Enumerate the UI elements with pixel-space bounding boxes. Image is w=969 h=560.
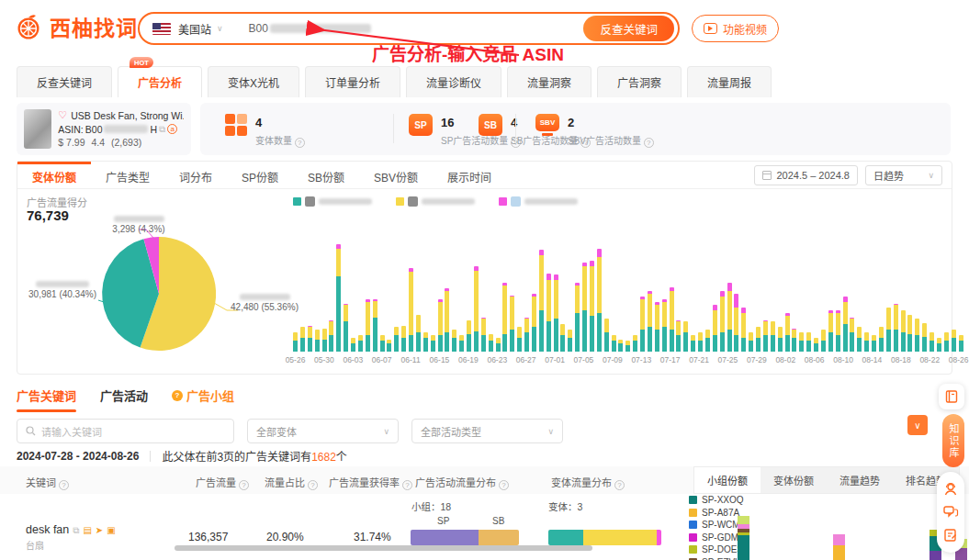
tab-traffic-diagnosis[interactable]: 流量诊断仪 [406,66,501,97]
tab-traffic-insight[interactable]: 流量洞察 [507,66,592,97]
stacked-bar[interactable] [344,304,348,353]
stacked-bar[interactable] [814,338,818,352]
stacked-bar[interactable] [691,335,695,352]
stacked-bar[interactable] [401,326,406,353]
tab-word-distribution[interactable]: 词分布 [164,162,227,188]
image-icon[interactable]: ▣ [107,525,115,535]
stacked-bar[interactable] [416,315,421,353]
stacked-bar[interactable] [329,320,333,353]
help-icon[interactable] [295,138,305,148]
stacked-bar[interactable] [502,283,507,352]
stacked-bar[interactable] [922,323,927,353]
help-icon[interactable] [644,138,654,148]
stacked-bar[interactable] [857,327,862,352]
product-card[interactable]: USB Desk Fan, Strong Wi... ASIN: B00 H a… [17,103,191,155]
daily-traffic-bar-chart[interactable] [293,215,963,352]
stacked-bar[interactable] [459,335,464,352]
tab-ad-keywords[interactable]: 广告关键词 [17,386,76,412]
stacked-bar[interactable] [336,244,341,352]
stacked-bar[interactable] [698,332,703,352]
stacked-bar[interactable] [720,291,725,352]
tab-order-analysis[interactable]: 订单量分析 [305,66,400,97]
tab-display-time[interactable]: 展示时间 [433,162,506,188]
stacked-bar[interactable] [467,320,471,353]
stacked-bar[interactable] [901,310,906,352]
stacked-bar[interactable] [879,327,884,352]
stacked-bar[interactable] [771,321,775,352]
stacked-bar[interactable] [597,249,602,353]
stacked-bar[interactable] [843,297,848,352]
stacked-bar[interactable] [582,263,587,353]
help-icon[interactable] [499,480,509,490]
stacked-bar[interactable] [670,287,674,353]
manual-book-button[interactable] [939,384,964,409]
stacked-bar[interactable] [640,297,645,352]
tab-group-share[interactable]: 小组份额 [694,467,761,493]
stacked-bar[interactable] [655,302,659,352]
stacked-bar[interactable] [828,310,833,352]
tab-ad-analysis[interactable]: HOT 广告分析 [118,66,202,97]
tab-sbv-share[interactable]: SBV份额 [359,162,433,188]
stacked-bar[interactable] [683,321,688,352]
stacked-bar[interactable] [358,335,363,352]
customer-service-button[interactable] [942,481,959,498]
horizontal-scrollbar[interactable] [175,545,592,551]
stacked-bar[interactable] [474,266,479,352]
stacked-bar[interactable] [937,338,941,352]
stacked-bar[interactable] [648,291,652,352]
stacked-bar[interactable] [351,338,355,352]
stacked-bar[interactable] [713,305,717,352]
tab-variant-xray[interactable]: 变体X光机 [208,66,299,97]
stacked-bar[interactable] [612,335,616,352]
stacked-bar[interactable] [308,326,312,353]
stacked-bar[interactable] [452,330,456,352]
stacked-bar[interactable] [618,340,623,353]
stacked-bar[interactable] [604,319,609,352]
stacked-bar[interactable] [907,315,912,353]
stacked-bar[interactable] [952,330,956,352]
stacked-bar[interactable] [778,327,783,352]
copy-asin-icon[interactable] [159,123,165,135]
marketplace-select[interactable]: 美国站 [178,21,211,37]
stacked-bar[interactable] [944,332,949,352]
tab-ad-groups[interactable]: 广告小组 [172,386,234,412]
stacked-bar[interactable] [539,250,544,352]
tab-variant-share-col[interactable]: 变体份额 [761,467,827,493]
stacked-bar[interactable] [590,261,594,352]
stacked-bar[interactable] [676,320,681,353]
tab-traffic-trend[interactable]: 流量趋势 [827,467,893,493]
stacked-bar[interactable] [894,304,898,353]
help-icon[interactable] [59,480,69,490]
stacked-bar[interactable] [741,308,746,352]
stacked-bar[interactable] [575,283,580,352]
stacked-bar[interactable] [481,318,486,353]
help-icon[interactable] [402,480,412,490]
stacked-bar[interactable] [756,327,761,352]
legend-item[interactable] [396,196,475,207]
trend-granularity-select[interactable]: 日趋势 ∨ [865,165,942,185]
tab-variant-share[interactable]: 变体份额 [17,162,91,188]
tab-ad-type[interactable]: 广告类型 [91,162,164,188]
stacked-bar[interactable] [445,288,449,352]
stacked-bar[interactable] [489,334,493,353]
stacked-bar[interactable] [373,299,377,352]
stacked-bar[interactable] [872,335,876,352]
stacked-bar[interactable] [293,332,298,352]
stacked-bar[interactable] [864,332,869,352]
tab-ad-campaigns[interactable]: 广告活动 [100,386,148,412]
collapse-chart-button[interactable]: ∨ [907,415,928,435]
tab-sp-share[interactable]: SP份额 [227,162,293,188]
stacked-bar[interactable] [322,329,327,353]
stacked-bar[interactable] [821,330,826,352]
stacked-bar[interactable] [734,294,738,352]
stacked-bar[interactable] [915,319,919,352]
campaign-type-select[interactable]: 全部活动类型 ∨ [411,419,563,443]
copy-keyword-icon[interactable] [73,523,79,536]
tab-reverse-search[interactable]: 反查关键词 [17,66,112,97]
stacked-bar[interactable] [662,299,667,352]
stacked-bar[interactable] [517,327,522,352]
stacked-bar[interactable] [380,335,385,352]
feature-video-button[interactable]: 功能视频 [692,15,779,42]
help-icon[interactable] [614,480,625,490]
stacked-bar[interactable] [763,320,768,353]
